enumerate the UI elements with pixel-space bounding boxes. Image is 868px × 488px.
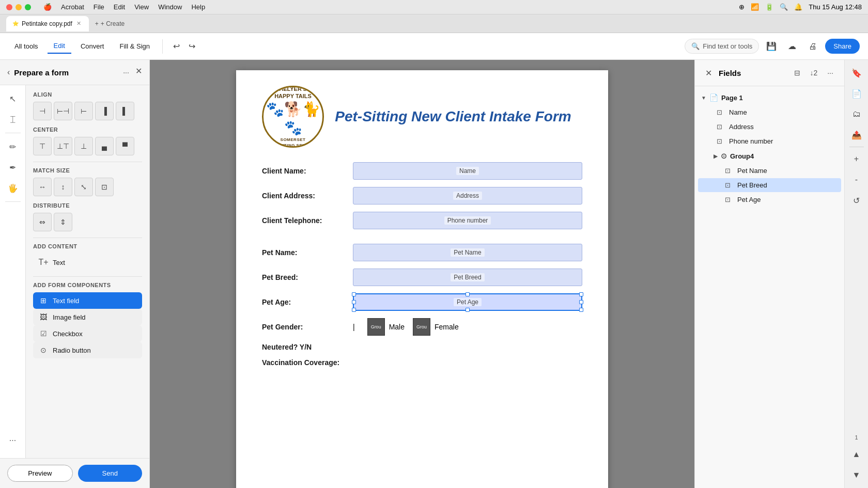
align-right-button[interactable]: ⊢ xyxy=(74,102,93,120)
tool-edit[interactable]: Edit xyxy=(48,39,71,54)
filter-icon[interactable]: ⊟ xyxy=(791,66,804,80)
align-top-button[interactable]: ⊤ xyxy=(33,137,52,155)
handle-tl[interactable] xyxy=(352,292,356,296)
client-address-field[interactable]: Address xyxy=(353,187,582,204)
print-button[interactable]: 🖨 xyxy=(804,38,821,55)
menu-file[interactable]: File xyxy=(89,2,109,12)
pet-name-field[interactable]: Pet Name xyxy=(353,244,582,261)
menu-view[interactable]: View xyxy=(130,2,153,12)
tab-close-button[interactable]: ✕ xyxy=(75,20,83,27)
pet-age-field[interactable]: Pet Age xyxy=(353,293,582,311)
more-options-icon[interactable]: ··· xyxy=(824,66,837,80)
match-size-4-button[interactable]: ⊡ xyxy=(95,178,114,196)
radio-button-button[interactable]: ⊙ Radio button xyxy=(33,342,142,358)
save-button[interactable]: 💾 xyxy=(763,38,780,55)
tree-item-address[interactable]: ⊡ Address xyxy=(698,120,841,134)
tool-convert[interactable]: Convert xyxy=(74,39,111,53)
fullscreen-traffic-light[interactable] xyxy=(25,4,31,10)
menu-edit[interactable]: Edit xyxy=(110,2,129,12)
align-left-button[interactable]: ⊣ xyxy=(33,102,52,120)
bookmarks-panel-button[interactable]: 🔖 xyxy=(848,64,865,82)
panel-close-button[interactable]: ✕ xyxy=(135,66,142,78)
close-traffic-light[interactable] xyxy=(6,4,12,10)
checkbox-button[interactable]: ☑ Checkbox xyxy=(33,325,142,342)
page-down-button[interactable]: ▼ xyxy=(848,466,865,484)
text-field-button[interactable]: ⊞ Text field xyxy=(33,292,142,309)
tree-page-1[interactable]: ▼ 📄 Page 1 xyxy=(695,90,844,105)
pet-breed-field[interactable]: Pet Breed xyxy=(353,269,582,286)
more-options-icon[interactable]: ··· xyxy=(120,66,132,78)
battery-icon[interactable]: 🔋 xyxy=(765,3,773,11)
tree-item-pet-name[interactable]: ⊡ Pet Name xyxy=(698,164,841,178)
notification-icon[interactable]: 🔔 xyxy=(794,3,802,11)
sort-icon[interactable]: ↓2 xyxy=(807,66,820,80)
fit-page-button[interactable]: ↺ xyxy=(848,192,865,209)
zoom-out-button[interactable]: - xyxy=(848,171,865,188)
control-center-icon[interactable]: ⊕ xyxy=(739,3,745,11)
gender-female-option[interactable]: Grou Female xyxy=(413,318,459,336)
zoom-in-button[interactable]: + xyxy=(848,150,865,168)
menu-help[interactable]: Help xyxy=(187,2,209,12)
handle-bm[interactable] xyxy=(466,308,470,312)
match-both-button[interactable]: ⤡ xyxy=(74,178,93,196)
select-tool-button[interactable]: ↖ xyxy=(4,89,22,108)
more-tools-button[interactable]: ··· xyxy=(4,431,22,450)
text-select-tool-button[interactable]: ⌶ xyxy=(4,110,22,129)
handle-tr[interactable] xyxy=(579,292,583,296)
send-button[interactable]: Send xyxy=(78,465,143,482)
page-up-button[interactable]: ▲ xyxy=(848,446,865,463)
export-button[interactable]: 📤 xyxy=(848,126,865,144)
tree-item-pet-age[interactable]: ⊡ Pet Age xyxy=(698,193,841,207)
client-telephone-field[interactable]: Phone number xyxy=(353,212,582,229)
menu-acrobat[interactable]: Acrobat xyxy=(57,2,88,12)
image-field-button[interactable]: 🖼 Image field xyxy=(33,309,142,325)
match-width-button[interactable]: ↔ xyxy=(33,178,52,196)
tree-item-phone[interactable]: ⊡ Phone number xyxy=(698,134,841,148)
pages-panel-button[interactable]: 📄 xyxy=(848,85,865,102)
handle-bl[interactable] xyxy=(352,308,356,312)
wifi-icon[interactable]: 📶 xyxy=(751,3,759,11)
search-tools-input[interactable]: 🔍 Find text or tools xyxy=(685,39,759,54)
pen-tool-button[interactable]: ✏ xyxy=(4,137,22,156)
gender-male-box[interactable]: Grou xyxy=(367,318,385,336)
gender-male-option[interactable]: Grou Male xyxy=(367,318,405,336)
fields-panel-close[interactable]: ✕ xyxy=(702,67,715,79)
distribute-v-button[interactable]: ⇕ xyxy=(54,213,72,231)
match-height-button[interactable]: ↕ xyxy=(54,178,72,196)
search-icon[interactable]: 🔍 xyxy=(780,3,788,11)
align-bottom-edge-button[interactable]: ▀ xyxy=(116,137,134,155)
center-scroll[interactable]: HELYER'S HAPPY TAILS 🐾🐕🐈🐾 SOMERSET PET-S… xyxy=(150,60,694,488)
align-top-edge-button[interactable]: ▄ xyxy=(95,137,114,155)
layers-panel-button[interactable]: 🗂 xyxy=(848,105,865,123)
undo-button[interactable]: ↩ xyxy=(169,39,183,54)
handle-br[interactable] xyxy=(579,308,583,312)
back-button[interactable]: ‹ xyxy=(7,68,10,77)
preview-button[interactable]: Preview xyxy=(7,465,73,482)
stamp-tool-button[interactable]: 🖐 xyxy=(4,179,22,197)
tool-fill-sign[interactable]: Fill & Sign xyxy=(113,39,156,53)
upload-button[interactable]: ☁ xyxy=(784,38,800,55)
tree-item-group4[interactable]: ▶ ⊙ Group4 xyxy=(695,149,844,163)
handle-ml[interactable] xyxy=(352,300,356,304)
active-tab[interactable]: ⭐ Petintake copy.pdf ✕ xyxy=(6,16,89,32)
align-left-edge-button[interactable]: ▐ xyxy=(95,102,114,120)
share-button[interactable]: Share xyxy=(825,39,860,54)
client-name-field[interactable]: Name xyxy=(353,162,582,180)
distribute-h-button[interactable]: ⇔ xyxy=(33,213,52,231)
handle-tm[interactable] xyxy=(466,292,470,296)
handle-mr[interactable] xyxy=(579,300,583,304)
new-tab-button[interactable]: + + Create xyxy=(90,18,130,29)
align-center-h-button[interactable]: ⊢⊣ xyxy=(54,102,72,120)
signature-tool-button[interactable]: ✒ xyxy=(4,158,22,177)
minimize-traffic-light[interactable] xyxy=(16,4,22,10)
gender-female-box[interactable]: Grou xyxy=(413,318,430,336)
menu-window[interactable]: Window xyxy=(154,2,186,12)
tree-item-pet-breed[interactable]: ⊡ Pet Breed xyxy=(698,178,841,192)
align-right-edge-button[interactable]: ▌ xyxy=(116,102,134,120)
tool-all-tools[interactable]: All tools xyxy=(8,39,44,53)
redo-button[interactable]: ↪ xyxy=(184,39,199,54)
align-middle-v-button[interactable]: ⊥⊤ xyxy=(54,137,72,155)
apple-menu[interactable]: 🍎 xyxy=(39,2,56,12)
tree-item-name[interactable]: ⊡ Name xyxy=(698,105,841,119)
add-text-button[interactable]: T+ Text xyxy=(33,254,142,271)
